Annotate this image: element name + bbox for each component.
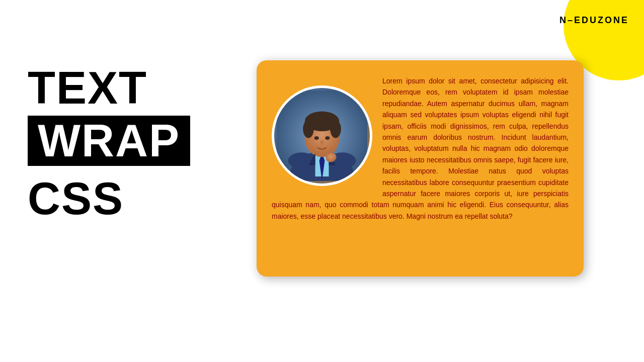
avatar-float-container — [272, 85, 372, 186]
svg-point-11 — [320, 140, 324, 145]
title-text: TEXT — [28, 65, 190, 111]
avatar-circle — [272, 85, 372, 186]
avatar-svg — [277, 90, 367, 181]
svg-point-7 — [303, 120, 314, 138]
title-wrap-box: WRAP — [28, 116, 190, 166]
brand-label: N–EDUZONE — [559, 15, 629, 26]
orange-card: Lorem ipsum dolor sit amet, consectetur … — [257, 60, 584, 277]
left-titles-section: TEXT WRAP CSS — [28, 65, 190, 221]
svg-point-9 — [314, 136, 319, 140]
title-css: CSS — [28, 176, 190, 221]
card-content: Lorem ipsum dolor sit amet, consectetur … — [272, 75, 569, 222]
svg-point-8 — [330, 120, 341, 138]
title-wrap: WRAP — [38, 118, 180, 163]
svg-point-10 — [325, 136, 330, 140]
